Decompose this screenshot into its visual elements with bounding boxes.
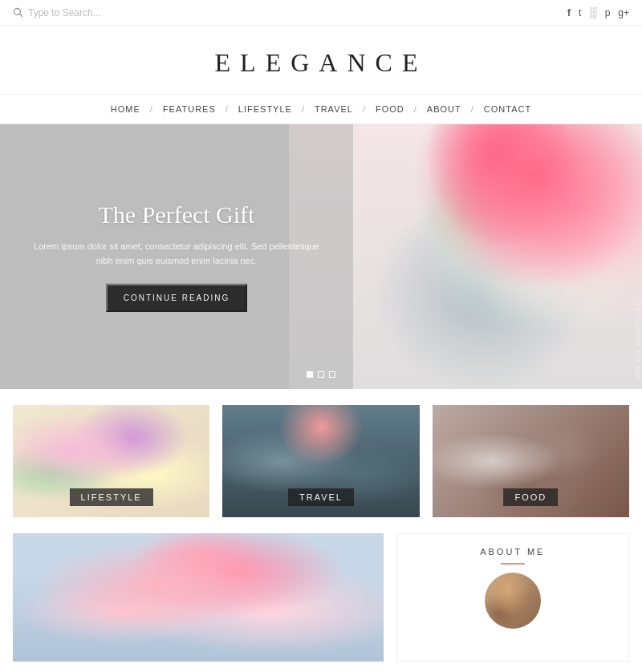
category-grid: LIFESTYLE TRAVEL FOOD — [0, 389, 642, 533]
nav-food[interactable]: FOOD — [372, 104, 408, 114]
search-icon — [13, 7, 23, 18]
instagram-icon[interactable]: ░ — [589, 6, 596, 18]
main-nav: HOME / FEATURES / LIFESTYLE / TRAVEL / F… — [0, 94, 642, 124]
cherry-blossom-image — [13, 533, 384, 662]
facebook-icon[interactable]: f — [567, 7, 571, 18]
about-me-title: ABOUT ME — [480, 547, 545, 557]
nav-about[interactable]: ABOUT — [424, 104, 465, 114]
travel-label: TRAVEL — [288, 488, 354, 506]
hero-content: The Perfect Gift Lorem ipsum dolor sit a… — [0, 201, 353, 312]
about-me-widget: ABOUT ME — [396, 533, 629, 662]
nav-lifestyle[interactable]: LIFESTYLE — [235, 104, 295, 114]
hero-slider: The Perfect Gift Lorem ipsum dolor sit a… — [0, 124, 642, 389]
hero-text: Lorem ipsum dolor sit amet, consectetur … — [32, 240, 321, 268]
top-bar: Type to Search... f t ░ p g+ — [0, 0, 642, 26]
social-icons: f t ░ p g+ — [567, 6, 629, 18]
nav-sep-5: / — [414, 104, 417, 114]
slider-dot-1[interactable] — [307, 371, 313, 378]
category-lifestyle[interactable]: LIFESTYLE — [13, 405, 209, 517]
search-placeholder: Type to Search... — [28, 7, 101, 18]
nav-sep-1: / — [150, 104, 153, 114]
svg-point-0 — [14, 9, 21, 15]
bottom-section: ABOUT ME — [0, 533, 642, 672]
featured-post-image[interactable] — [13, 533, 384, 662]
about-divider — [501, 563, 525, 565]
watermark: © ELEGANCE EST. 8AM — [634, 300, 642, 381]
twitter-icon[interactable]: t — [579, 7, 581, 18]
google-plus-icon[interactable]: g+ — [618, 7, 629, 18]
slider-dots — [307, 371, 335, 378]
food-label: FOOD — [503, 488, 558, 506]
nav-sep-3: / — [302, 104, 305, 114]
search-area[interactable]: Type to Search... — [13, 7, 101, 18]
slider-dot-2[interactable] — [318, 371, 324, 378]
svg-line-1 — [20, 14, 23, 18]
nav-travel[interactable]: TRAVEL — [311, 104, 356, 114]
lifestyle-label: LIFESTYLE — [70, 488, 153, 506]
pinterest-icon[interactable]: p — [605, 7, 611, 18]
category-travel[interactable]: TRAVEL — [222, 405, 419, 517]
continue-reading-button[interactable]: CONTINUE READING — [106, 284, 248, 312]
hero-title: The Perfect Gift — [32, 201, 321, 229]
nav-home[interactable]: HOME — [108, 104, 144, 114]
site-title: ELEGANCE — [0, 26, 642, 94]
nav-sep-6: / — [471, 104, 474, 114]
nav-sep-4: / — [363, 104, 366, 114]
category-food[interactable]: FOOD — [433, 405, 629, 517]
slider-dot-3[interactable] — [329, 371, 335, 378]
nav-sep-2: / — [226, 104, 229, 114]
avatar[interactable] — [485, 573, 541, 629]
nav-contact[interactable]: CONTACT — [481, 104, 534, 114]
nav-features[interactable]: FEATURES — [160, 104, 219, 114]
